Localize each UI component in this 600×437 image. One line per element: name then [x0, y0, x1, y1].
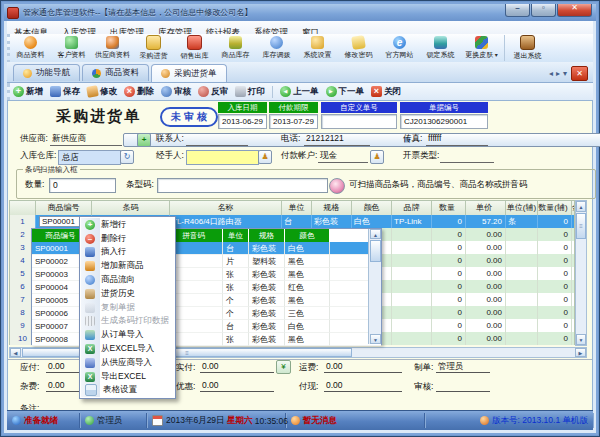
toolbar-button[interactable]: 客户资料: [51, 36, 92, 60]
unit2-cell[interactable]: [506, 332, 538, 345]
scroll-up-icon[interactable]: ▲: [576, 201, 586, 212]
qty-cell[interactable]: 0: [432, 306, 466, 319]
price-cell[interactable]: 0.00: [466, 267, 506, 280]
brand-cell[interactable]: TP-Link: [392, 215, 432, 228]
supplier-add-button[interactable]: [137, 133, 151, 147]
brand-cell[interactable]: [392, 319, 432, 332]
barcode-input[interactable]: [157, 178, 328, 193]
price-cell[interactable]: 57.20: [466, 215, 506, 228]
form-toolbar-button[interactable]: 打印: [235, 86, 265, 98]
amount-cell[interactable]: [572, 319, 574, 332]
minimize-button[interactable]: [505, 4, 530, 17]
grid-header-brand[interactable]: 品牌: [392, 201, 432, 215]
price-cell[interactable]: 0.00: [466, 332, 506, 345]
auditor-value[interactable]: [436, 380, 490, 392]
brand-cell[interactable]: [392, 254, 432, 267]
unit-cell[interactable]: 台: [282, 215, 312, 228]
maker-value[interactable]: 管理员: [436, 361, 490, 373]
toolbar-button[interactable]: 商品库存: [215, 36, 256, 60]
context-menu-item[interactable]: 删除行: [81, 232, 174, 246]
qty2-cell[interactable]: 0: [538, 228, 572, 241]
grid-header-unit2[interactable]: 单位(辅): [506, 201, 538, 215]
qty-cell[interactable]: 0: [432, 267, 466, 280]
grid-header-code[interactable]: 商品编号: [36, 201, 92, 215]
in-date-input[interactable]: 2013-06-29: [218, 114, 267, 129]
unit2-cell[interactable]: [506, 254, 538, 267]
qty-cell[interactable]: 0: [432, 319, 466, 332]
grid-header-color[interactable]: 颜色: [352, 201, 392, 215]
horizontal-scroll-thumb[interactable]: ≡: [22, 348, 352, 357]
qty2-cell[interactable]: 0: [538, 306, 572, 319]
doc-no-input[interactable]: CJ201306290001: [400, 114, 488, 129]
grid-vertical-scrollbar[interactable]: ▲ ≡ ▼: [575, 200, 587, 346]
tab-scroll-right-icon[interactable]: ▸: [556, 69, 560, 78]
context-menu-item[interactable]: 从订单导入: [81, 328, 174, 342]
form-toolbar-button[interactable]: 修改: [87, 86, 117, 98]
qty2-cell[interactable]: 0: [538, 241, 572, 254]
payment-account-input[interactable]: 现金: [318, 150, 368, 163]
scroll-down-icon[interactable]: ▼: [576, 334, 586, 345]
tab-close-button[interactable]: ✕: [571, 66, 588, 81]
scroll-right-icon[interactable]: ▶: [575, 348, 586, 357]
context-menu-item[interactable]: 从供应商导入: [81, 356, 174, 370]
grid-header-price[interactable]: 单价: [466, 201, 506, 215]
qty2-cell[interactable]: 0: [538, 280, 572, 293]
qty-cell[interactable]: 0: [432, 215, 466, 228]
unit2-cell[interactable]: [506, 267, 538, 280]
context-menu-item[interactable]: 表格设置: [81, 384, 174, 398]
form-toolbar-button[interactable]: 下一单: [326, 86, 365, 98]
title-bar[interactable]: 管家通仓库管理软件--【请在基本信息，公司信息中修改公司名】: [4, 4, 596, 21]
grid-header-name[interactable]: 名称: [170, 201, 282, 215]
barcode-qty-input[interactable]: 0: [49, 178, 116, 193]
form-toolbar-button[interactable]: 保存: [50, 86, 80, 98]
context-menu-item[interactable]: 插入行: [81, 246, 174, 260]
handler-pick-button[interactable]: [258, 150, 272, 164]
close-button[interactable]: [557, 4, 592, 17]
context-menu-item[interactable]: 生成条码打印数据: [81, 315, 174, 329]
amount-cell[interactable]: [572, 267, 574, 280]
amount-cell[interactable]: [572, 293, 574, 306]
context-menu-item[interactable]: 商品流向: [81, 273, 174, 287]
qty2-cell[interactable]: 0: [538, 332, 572, 345]
grid-header-spec[interactable]: 规格: [312, 201, 352, 215]
qty-cell[interactable]: 0: [432, 254, 466, 267]
amount-cell[interactable]: [572, 228, 574, 241]
qty2-cell[interactable]: 0: [538, 215, 572, 228]
grid-header-qty[interactable]: 数量: [432, 201, 466, 215]
form-toolbar-button[interactable]: 上一单: [272, 86, 319, 98]
brand-cell[interactable]: [392, 241, 432, 254]
price-cell[interactable]: 0.00: [466, 241, 506, 254]
toolbar-button[interactable]: 系统设置: [297, 36, 338, 60]
warehouse-browse-button[interactable]: [120, 150, 134, 164]
qty-cell[interactable]: 0: [432, 228, 466, 241]
brand-cell[interactable]: [392, 306, 432, 319]
amount-cell[interactable]: [572, 215, 574, 228]
unit2-cell[interactable]: [506, 306, 538, 319]
context-menu-item[interactable]: 复制单据: [81, 301, 174, 315]
context-menu-item[interactable]: 进货历史: [81, 287, 174, 301]
qty-cell[interactable]: 0: [432, 332, 466, 345]
brand-cell[interactable]: [392, 293, 432, 306]
discount-value[interactable]: 0.00: [200, 380, 274, 392]
payment-pick-button[interactable]: [370, 150, 384, 164]
tab[interactable]: 商品资料: [82, 64, 149, 81]
toolbar-button[interactable]: 锁定系统: [420, 36, 461, 60]
tab-scroll-left-icon[interactable]: ◂: [549, 69, 553, 78]
popup-scrollbar[interactable]: ▲ ▼: [368, 229, 381, 344]
contact-input[interactable]: [186, 133, 248, 146]
form-toolbar-button[interactable]: 新增: [13, 86, 43, 98]
amount-cell[interactable]: [572, 241, 574, 254]
supplier-input[interactable]: 新供应商: [50, 133, 122, 146]
grid-header-qty2[interactable]: 数量(辅): [538, 201, 572, 215]
popup-scroll-thumb[interactable]: [370, 240, 381, 262]
grid-header-unit[interactable]: 单位: [282, 201, 312, 215]
tab[interactable]: 功能导航: [13, 64, 80, 81]
toolbar-button[interactable]: 退出系统: [504, 35, 548, 61]
grid-header-amount[interactable]: 金: [572, 201, 574, 215]
toolbar-button[interactable]: 库存调拨: [256, 36, 297, 60]
context-menu-item[interactable]: 增加新商品: [81, 259, 174, 273]
price-cell[interactable]: 0.00: [466, 293, 506, 306]
toolbar-button[interactable]: 供应商资料: [92, 36, 133, 60]
unit2-cell[interactable]: [506, 228, 538, 241]
status-message-section[interactable]: 暂无消息: [286, 413, 425, 428]
